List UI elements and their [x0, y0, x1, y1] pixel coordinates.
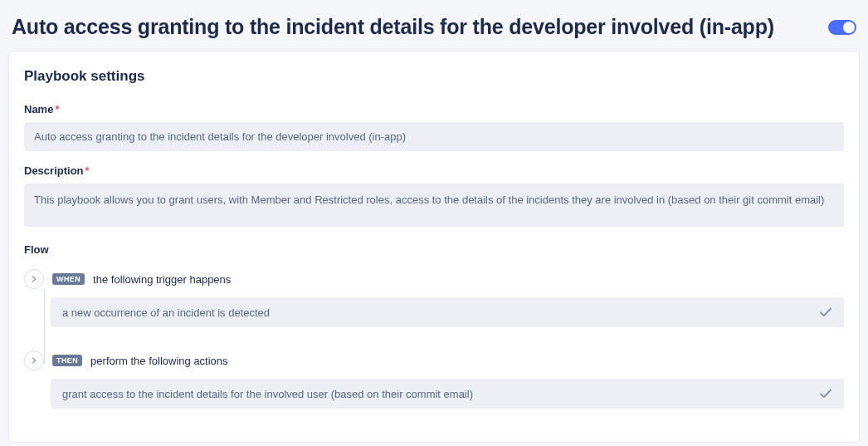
check-icon: [819, 387, 832, 400]
description-field-label: Description*: [24, 164, 844, 177]
when-header-text: the following trigger happens: [93, 273, 231, 286]
description-input[interactable]: This playbook allows you to grant users,…: [24, 184, 844, 227]
playbook-toggle[interactable]: [828, 20, 856, 35]
playbook-settings-card: Playbook settings Name* Description* Thi…: [8, 51, 860, 443]
settings-section-title: Playbook settings: [24, 68, 844, 85]
when-badge: WHEN: [52, 273, 85, 285]
flow-step-then: THEN perform the following actions grant…: [34, 350, 844, 409]
chevron-right-icon: [31, 357, 37, 364]
check-icon: [819, 306, 832, 319]
name-input[interactable]: [24, 122, 844, 151]
expand-then-button[interactable]: [24, 350, 44, 370]
then-header-text: perform the following actions: [90, 355, 227, 367]
then-badge: THEN: [52, 355, 82, 366]
expand-when-button[interactable]: [24, 269, 44, 289]
chevron-right-icon: [31, 276, 37, 282]
flow-section-label: Flow: [24, 243, 844, 256]
when-trigger-item[interactable]: a new occurrence of an incident is detec…: [51, 297, 844, 327]
flow-container: WHEN the following trigger happens a new…: [24, 269, 844, 409]
then-action-text: grant access to the incident details for…: [62, 388, 473, 400]
then-action-item[interactable]: grant access to the incident details for…: [51, 379, 844, 409]
required-marker: *: [55, 103, 59, 115]
flow-step-when: WHEN the following trigger happens a new…: [34, 269, 844, 327]
page-title: Auto access granting to the incident det…: [12, 15, 774, 39]
when-trigger-text: a new occurrence of an incident is detec…: [62, 306, 270, 319]
name-field-label: Name*: [24, 103, 844, 115]
required-marker: *: [85, 164, 90, 177]
